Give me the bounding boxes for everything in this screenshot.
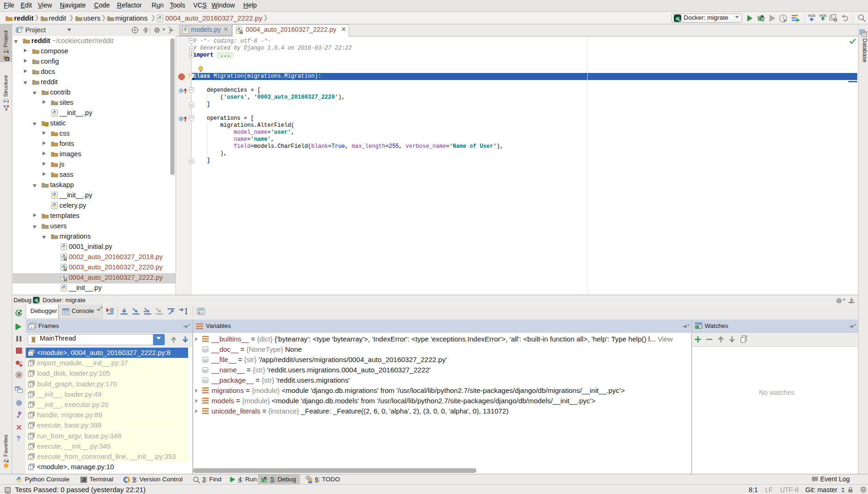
svg-text:VCS: VCS <box>808 14 815 18</box>
svg-text:s: s <box>30 325 33 329</box>
